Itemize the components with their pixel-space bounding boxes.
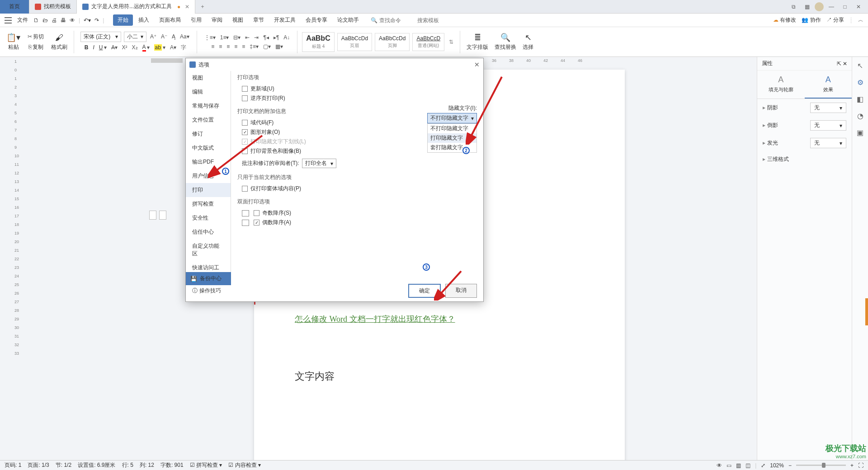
glow-select[interactable]: 无▾ bbox=[810, 138, 846, 148]
view-web-icon[interactable]: ▥ bbox=[736, 462, 741, 469]
grow-font[interactable]: A⁺ bbox=[149, 33, 157, 41]
inc-indent[interactable]: ⇥ bbox=[253, 33, 259, 42]
line-spacing[interactable]: ‡≡▾ bbox=[249, 42, 259, 51]
copy-button[interactable]: ⎘ 复制 bbox=[28, 42, 44, 52]
bullets[interactable]: ⋮≡▾ bbox=[203, 33, 217, 42]
qat-open[interactable]: 🗁 bbox=[42, 17, 48, 24]
formatpainter-icon[interactable]: 🖌 bbox=[55, 33, 63, 42]
text-layout-icon[interactable]: ≣ bbox=[474, 33, 481, 42]
font-size-select[interactable]: 小二▾ bbox=[124, 32, 146, 42]
chk-bg[interactable] bbox=[242, 148, 248, 154]
sb-select-icon[interactable]: ↖ bbox=[857, 61, 863, 70]
tab-devtools[interactable]: 开发工具 bbox=[269, 14, 300, 26]
side-general[interactable]: 常规与保存 bbox=[186, 99, 231, 113]
hidden-opt-1[interactable]: 打印隐藏文字 bbox=[428, 133, 476, 143]
sb-spellcheck[interactable]: ☑ 拼写检查 ▾ bbox=[190, 461, 222, 469]
sb-position[interactable]: 设置值: 6.9厘米 bbox=[78, 461, 115, 469]
panel-pin-icon[interactable]: ⇱ bbox=[837, 61, 841, 67]
align-center[interactable]: ≡ bbox=[218, 42, 223, 51]
tab-review[interactable]: 审阅 bbox=[207, 14, 227, 26]
tab-insert[interactable]: 插入 bbox=[134, 14, 154, 26]
rtl[interactable]: ▸¶ bbox=[273, 33, 280, 42]
tab-reference[interactable]: 引用 bbox=[186, 14, 206, 26]
distribute[interactable]: ≡ bbox=[241, 42, 246, 51]
sb-col[interactable]: 列: 12 bbox=[140, 461, 154, 469]
hidden-opt-0[interactable]: 不打印隐藏文字 bbox=[428, 124, 476, 133]
side-edit[interactable]: 编辑 bbox=[186, 85, 231, 99]
command-search[interactable] bbox=[379, 17, 415, 24]
ltr[interactable]: ¶◂ bbox=[262, 33, 269, 42]
change-case[interactable]: Aa▾ bbox=[179, 33, 190, 41]
qat-redo[interactable]: ↷ bbox=[94, 17, 99, 24]
file-menu[interactable]: 文件 bbox=[17, 16, 28, 24]
apps-icon[interactable]: ▦ bbox=[801, 2, 813, 12]
char-border[interactable]: A▾ bbox=[169, 43, 177, 52]
tab-paper[interactable]: 论文助手 bbox=[333, 14, 363, 26]
view-outline-icon[interactable]: ◫ bbox=[745, 462, 750, 469]
chk-odd[interactable] bbox=[254, 210, 259, 216]
font-color[interactable]: A▾ bbox=[142, 43, 151, 52]
view-read-icon[interactable]: 👁 bbox=[717, 462, 722, 469]
sb-contentcheck[interactable]: ☑ 内容检查 ▾ bbox=[228, 461, 261, 469]
side-chinese[interactable]: 中文版式 bbox=[186, 141, 231, 155]
clear-format[interactable]: Ą bbox=[171, 33, 176, 41]
tab-member[interactable]: 会员专享 bbox=[301, 14, 332, 26]
coop-button[interactable]: 👥 协作 bbox=[802, 16, 821, 24]
tab-templates[interactable]: 找稻壳模板 bbox=[29, 0, 77, 14]
qat-save[interactable]: 🖨 bbox=[52, 17, 57, 24]
chk-formfield[interactable] bbox=[242, 186, 248, 192]
phonetic[interactable]: 字 bbox=[180, 43, 187, 52]
sb-words[interactable]: 字数: 901 bbox=[160, 461, 184, 469]
panel-tab-fill[interactable]: A填充与轮廓 bbox=[757, 70, 805, 99]
sb-section[interactable]: 节: 1/2 bbox=[56, 461, 71, 469]
zoom-value[interactable]: 102% bbox=[770, 462, 784, 469]
sb-row[interactable]: 行: 5 bbox=[122, 461, 133, 469]
align-left[interactable]: ≡ bbox=[210, 42, 215, 51]
underline[interactable]: U▾ bbox=[98, 43, 108, 52]
side-spell[interactable]: 拼写检查 bbox=[186, 197, 231, 211]
side-customize[interactable]: 自定义功能区 bbox=[186, 239, 231, 261]
numbering[interactable]: 1≡▾ bbox=[219, 33, 230, 42]
reflect-select[interactable]: 无▾ bbox=[810, 120, 846, 131]
side-revision[interactable]: 修订 bbox=[186, 127, 231, 141]
fullscreen-icon[interactable]: ⛶ bbox=[858, 462, 863, 469]
bold[interactable]: B bbox=[84, 43, 90, 52]
chk-graphics[interactable] bbox=[242, 129, 248, 135]
chk-update[interactable] bbox=[242, 86, 248, 92]
side-filelocation[interactable]: 文件位置 bbox=[186, 113, 231, 127]
dec-indent[interactable]: ⇤ bbox=[244, 33, 250, 42]
strike[interactable]: A̶▾ bbox=[110, 43, 118, 52]
qat-undo[interactable]: ↶▾ bbox=[84, 17, 91, 24]
tab-pagelayout[interactable]: 页面布局 bbox=[155, 14, 185, 26]
doc-hyperlink[interactable]: 怎么修改 Word 文档一打字就出现红色字体？ bbox=[295, 315, 455, 324]
sb-shape-icon[interactable]: ◔ bbox=[857, 112, 863, 120]
sb-settings-icon[interactable]: ⚙ bbox=[857, 78, 863, 87]
italic[interactable]: I bbox=[92, 43, 95, 52]
panel-tab-effect[interactable]: A效果 bbox=[805, 70, 852, 99]
panel-close-icon[interactable]: ✕ bbox=[843, 61, 847, 67]
qat-print[interactable]: 🖶 bbox=[61, 17, 66, 24]
operation-tips[interactable]: ⓘ操作技巧 bbox=[192, 287, 221, 295]
chk-reverse[interactable] bbox=[242, 95, 248, 101]
sb-page[interactable]: 页码: 1 bbox=[5, 461, 21, 469]
side-security[interactable]: 安全性 bbox=[186, 211, 231, 225]
hamburger-icon[interactable] bbox=[5, 17, 12, 24]
tab-close[interactable]: ✕ bbox=[185, 4, 189, 10]
tab-document[interactable]: 文字是人类用符...远的方式和工具 ● ✕ bbox=[77, 0, 195, 14]
minimize-button[interactable]: — bbox=[826, 2, 837, 12]
tab-add[interactable]: ＋ bbox=[195, 3, 210, 10]
tab-start[interactable]: 开始 bbox=[113, 14, 133, 26]
user-avatar[interactable] bbox=[815, 2, 824, 11]
shading[interactable]: ▢▾ bbox=[262, 42, 272, 51]
template-search[interactable] bbox=[417, 17, 453, 24]
ribbon-collapse[interactable]: ︿ bbox=[858, 16, 863, 24]
sb-style-icon[interactable]: ◧ bbox=[857, 95, 863, 103]
zoom-in[interactable]: + bbox=[850, 462, 854, 469]
maximize-button[interactable]: □ bbox=[839, 2, 851, 12]
tab-section[interactable]: 章节 bbox=[249, 14, 269, 26]
borders[interactable]: ▦▾ bbox=[274, 42, 284, 51]
highlight[interactable]: ab▾ bbox=[153, 43, 166, 52]
hidden-text-combo[interactable]: 不打印隐藏文字▾ bbox=[427, 113, 477, 123]
shrink-font[interactable]: A⁻ bbox=[160, 33, 168, 41]
align-justify[interactable]: ≡ bbox=[233, 42, 238, 51]
